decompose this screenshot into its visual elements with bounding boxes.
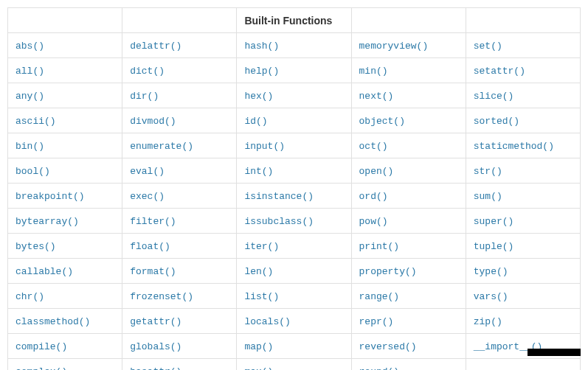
table-row: abs()delattr()hash()memoryview()set(): [8, 33, 581, 58]
table-cell: ord(): [351, 184, 466, 209]
function-link[interactable]: pow(): [359, 216, 388, 227]
table-cell: list(): [237, 284, 351, 309]
function-link[interactable]: locals(): [244, 316, 290, 327]
function-link[interactable]: frozenset(): [130, 291, 193, 302]
table-cell: help(): [237, 58, 351, 83]
table-row: bin()enumerate()input()oct()staticmethod…: [8, 133, 581, 158]
function-link[interactable]: float(): [130, 241, 170, 252]
function-link[interactable]: compile(): [15, 341, 67, 352]
function-link[interactable]: oct(): [359, 141, 388, 152]
table-cell: range(): [351, 284, 466, 309]
table-cell: breakpoint(): [8, 184, 122, 209]
function-link[interactable]: vars(): [474, 291, 508, 302]
function-link[interactable]: round(): [359, 366, 400, 371]
table-cell: property(): [351, 259, 466, 284]
table-row: classmethod()getattr()locals()repr()zip(…: [8, 309, 581, 334]
table-cell: vars(): [466, 284, 580, 309]
function-link[interactable]: hex(): [244, 91, 273, 102]
function-link[interactable]: divmod(): [130, 116, 176, 127]
function-link[interactable]: next(): [359, 91, 394, 102]
function-link[interactable]: exec(): [130, 191, 165, 202]
table-row: complex()hasattr()max()round(): [8, 359, 581, 371]
function-link[interactable]: sorted(): [474, 116, 519, 127]
function-link[interactable]: bin(): [15, 141, 44, 152]
function-link[interactable]: open(): [359, 166, 394, 177]
header-cell: [466, 8, 580, 33]
function-link[interactable]: enumerate(): [130, 141, 193, 152]
table-cell: chr(): [8, 284, 122, 309]
function-link[interactable]: bytes(): [15, 241, 56, 252]
function-link[interactable]: delattr(): [130, 41, 181, 52]
function-link[interactable]: set(): [474, 41, 502, 52]
function-link[interactable]: format(): [130, 266, 176, 277]
function-link[interactable]: issubclass(): [244, 216, 314, 227]
function-link[interactable]: eval(): [130, 166, 165, 177]
function-link[interactable]: sum(): [474, 191, 502, 202]
function-link[interactable]: hash(): [244, 41, 279, 52]
table-cell: enumerate(): [122, 133, 237, 158]
function-link[interactable]: getattr(): [130, 316, 181, 327]
table-body: abs()delattr()hash()memoryview()set()all…: [8, 33, 581, 371]
function-link[interactable]: id(): [244, 116, 267, 127]
function-link[interactable]: chr(): [15, 291, 44, 302]
function-link[interactable]: staticmethod(): [474, 141, 554, 152]
function-link[interactable]: super(): [474, 216, 514, 227]
table-cell: hash(): [237, 33, 351, 58]
function-link[interactable]: input(): [244, 141, 285, 152]
function-link[interactable]: map(): [244, 341, 273, 352]
function-link[interactable]: slice(): [474, 91, 514, 102]
table-cell: memoryview(): [351, 33, 466, 58]
function-link[interactable]: ord(): [359, 191, 388, 202]
function-link[interactable]: hasattr(): [130, 366, 181, 371]
function-link[interactable]: tuple(): [474, 241, 514, 252]
redaction-bar: [528, 349, 581, 356]
function-link[interactable]: list(): [244, 291, 279, 302]
function-link[interactable]: repr(): [359, 316, 394, 327]
function-link[interactable]: filter(): [130, 216, 176, 227]
table-cell: oct(): [351, 133, 466, 158]
function-link[interactable]: range(): [359, 291, 400, 302]
function-link[interactable]: any(): [15, 91, 44, 102]
function-link[interactable]: setattr(): [474, 66, 525, 77]
function-link[interactable]: iter(): [244, 241, 279, 252]
function-link[interactable]: memoryview(): [359, 41, 429, 52]
table-cell: all(): [8, 58, 122, 83]
table-row: chr()frozenset()list()range()vars(): [8, 284, 581, 309]
table-cell: format(): [122, 259, 237, 284]
function-link[interactable]: dict(): [130, 66, 165, 77]
table-cell: isinstance(): [237, 184, 351, 209]
function-link[interactable]: print(): [359, 241, 400, 252]
function-link[interactable]: reversed(): [359, 341, 417, 352]
function-link[interactable]: all(): [15, 66, 44, 77]
table-header-row: Built-in Functions: [8, 8, 581, 33]
function-link[interactable]: breakpoint(): [15, 191, 85, 202]
table-cell: float(): [122, 234, 237, 259]
function-link[interactable]: property(): [359, 266, 417, 277]
function-link[interactable]: dir(): [130, 91, 159, 102]
function-link[interactable]: globals(): [130, 341, 181, 352]
function-link[interactable]: classmethod(): [15, 316, 90, 327]
function-link[interactable]: complex(): [15, 366, 67, 371]
header-cell: [122, 8, 237, 33]
function-link[interactable]: abs(): [15, 41, 44, 52]
function-link[interactable]: isinstance(): [244, 191, 314, 202]
table-row: compile()globals()map()reversed()__impor…: [8, 334, 581, 359]
table-cell: open(): [351, 158, 466, 184]
function-link[interactable]: ascii(): [15, 116, 56, 127]
function-link[interactable]: object(): [359, 116, 405, 127]
table-cell: pow(): [351, 209, 466, 234]
function-link[interactable]: len(): [244, 266, 273, 277]
function-link[interactable]: str(): [474, 166, 502, 177]
function-link[interactable]: type(): [474, 266, 508, 277]
table-cell: reversed(): [351, 334, 466, 359]
function-link[interactable]: bytearray(): [15, 216, 79, 227]
header-cell: [8, 8, 122, 33]
function-link[interactable]: bool(): [15, 166, 50, 177]
function-link[interactable]: help(): [244, 66, 279, 77]
function-link[interactable]: min(): [359, 66, 388, 77]
function-link[interactable]: zip(): [474, 316, 502, 327]
function-link[interactable]: max(): [244, 366, 273, 371]
function-link[interactable]: int(): [244, 166, 273, 177]
function-link[interactable]: callable(): [15, 266, 73, 277]
table-cell: min(): [351, 58, 466, 83]
